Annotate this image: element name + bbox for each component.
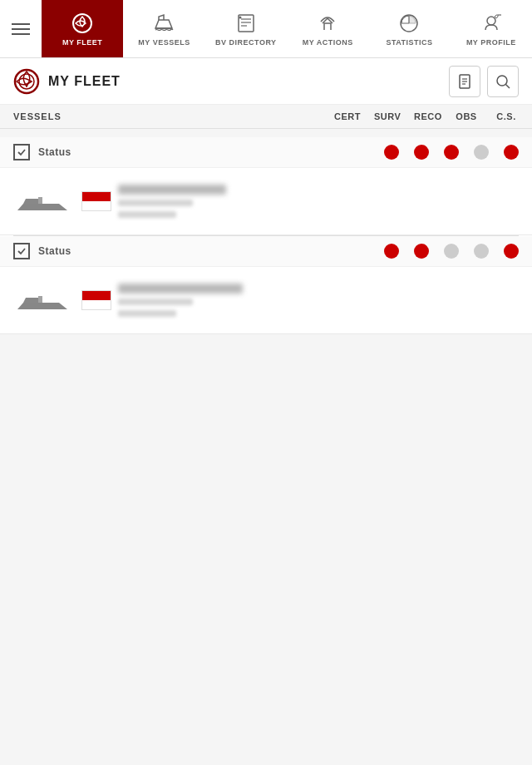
statistics-icon — [397, 12, 421, 35]
dot-cert-1 — [384, 145, 399, 160]
vessel-sub-1 — [118, 200, 193, 206]
dots-row-1 — [384, 145, 519, 160]
nav-item-my-vessels[interactable]: MY VESSELS — [123, 0, 204, 57]
directory-icon — [234, 12, 258, 35]
nav-item-bv-directory[interactable]: BV DIRECTORY — [205, 0, 287, 57]
checkbox-check-icon-1 — [17, 147, 27, 157]
nav-label-my-fleet: MY FLEET — [62, 38, 102, 47]
vessel-info-1[interactable] — [0, 168, 532, 234]
vessels-icon — [152, 12, 175, 35]
dot-surv-1 — [414, 145, 429, 160]
app-logo — [13, 68, 40, 95]
vessel-name-row-2 — [81, 284, 243, 317]
profile-icon — [480, 12, 503, 35]
nav-label-my-profile: MY PROFILE — [466, 38, 516, 47]
dots-row-2 — [384, 244, 519, 259]
vessel-sub2-2 — [118, 310, 176, 317]
nav-label-statistics: STATISTICS — [386, 38, 432, 47]
nav-item-my-fleet[interactable]: MY FLEET — [42, 0, 123, 57]
dot-obs-2 — [474, 244, 489, 259]
document-button[interactable] — [449, 66, 480, 97]
vessel-cards-container: Status — [0, 137, 532, 334]
vessel-status-row-2[interactable]: Status — [0, 236, 532, 267]
vessel-status-row-1[interactable]: Status — [0, 137, 532, 168]
checkbox-check-icon-2 — [17, 246, 27, 256]
vessel-silhouette-1 — [13, 187, 71, 216]
svg-point-8 — [487, 17, 495, 25]
nav-item-statistics[interactable]: STATISTICS — [368, 0, 450, 57]
status-checkbox-1[interactable] — [13, 144, 30, 160]
vessel-name-2 — [118, 284, 243, 294]
flag-indonesia-1 — [81, 191, 111, 211]
vessel-sub2-1 — [118, 211, 176, 218]
vessel-card-2: Status — [0, 236, 532, 334]
dot-cs-2 — [504, 244, 519, 259]
page-header: MY FLEET — [0, 58, 532, 105]
top-nav: MY FLEET MY VESSELS — [0, 0, 532, 58]
svg-point-6 — [239, 16, 241, 18]
status-checkbox-2[interactable] — [13, 243, 30, 259]
nav-item-my-profile[interactable]: MY PROFILE — [451, 0, 532, 57]
status-column-headers: CERT SURV RECO OBS C.S. — [334, 111, 519, 121]
dot-cert-2 — [384, 244, 399, 259]
hamburger-icon — [12, 20, 30, 38]
document-icon — [456, 73, 473, 90]
header-actions — [449, 66, 519, 97]
vessel-sub-2 — [118, 299, 193, 305]
fleet-icon — [71, 12, 94, 35]
dot-reco-1 — [444, 145, 459, 160]
col-cert: CERT — [334, 111, 359, 121]
nav-label-my-actions: MY ACTIONS — [303, 38, 353, 47]
vessel-name-row-1 — [81, 185, 226, 218]
vessel-silhouette-2 — [13, 286, 71, 315]
col-obs: OBS — [454, 111, 479, 121]
col-reco: RECO — [414, 111, 439, 121]
dot-cs-1 — [504, 145, 519, 160]
dot-obs-1 — [474, 145, 489, 160]
actions-icon — [316, 12, 339, 35]
vessels-column-label: VESSELS — [13, 111, 334, 121]
col-cs: C.S. — [494, 111, 519, 121]
hamburger-button[interactable] — [0, 0, 42, 57]
dot-surv-2 — [414, 244, 429, 259]
vessel-name-1 — [118, 185, 226, 195]
vessel-info-2[interactable] — [0, 267, 532, 333]
svg-point-16 — [497, 76, 507, 86]
svg-line-17 — [506, 84, 510, 88]
flag-indonesia-2 — [81, 290, 111, 310]
header-left: MY FLEET — [13, 68, 121, 95]
svg-point-10 — [15, 70, 38, 93]
vessel-card-1: Status — [0, 137, 532, 235]
nav-label-bv-directory: BV DIRECTORY — [215, 38, 277, 47]
nav-item-my-actions[interactable]: MY ACTIONS — [287, 0, 368, 57]
search-button[interactable] — [487, 66, 519, 97]
status-label-1: Status — [38, 146, 384, 158]
status-label-2: Status — [38, 245, 384, 257]
page-title: MY FLEET — [48, 74, 121, 89]
dot-reco-2 — [444, 244, 459, 259]
nav-label-my-vessels: MY VESSELS — [138, 38, 190, 47]
search-icon — [495, 73, 511, 90]
col-surv: SURV — [374, 111, 399, 121]
columns-header: VESSELS CERT SURV RECO OBS C.S. — [0, 105, 532, 129]
